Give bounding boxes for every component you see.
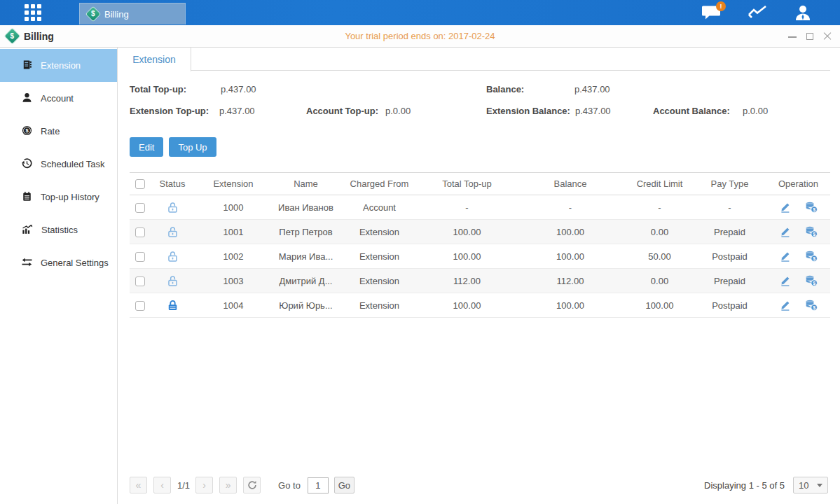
sidebar-item-general-settings[interactable]: General Settings [0, 246, 117, 279]
svg-text:$: $ [813, 232, 815, 237]
lock-open-icon[interactable] [167, 202, 179, 214]
cell-charged-from: Extension [339, 244, 420, 269]
cell-charged-from: Account [339, 195, 420, 220]
cell-credit-limit: 0.00 [626, 220, 693, 244]
table-row: 1003 Дмитрий Д... Extension 112.00 112.0… [130, 269, 830, 293]
col-extension: Extension [194, 173, 273, 195]
col-pay-type: Pay Type [693, 173, 766, 195]
summary-panel: Total Top-up: p.437.00 Balance: p.437.00… [130, 84, 830, 122]
select-all-checkbox[interactable] [135, 179, 145, 189]
total-topup-value: p.437.00 [221, 84, 256, 94]
taskbar-tab-label: Billing [104, 9, 129, 20]
edit-pencil-icon[interactable] [780, 300, 791, 311]
lock-open-icon[interactable] [167, 251, 179, 262]
goto-label: Go to [278, 480, 301, 491]
next-page-button[interactable]: › [195, 477, 213, 493]
sidebar-item-rate[interactable]: $ Rate [0, 115, 117, 148]
row-checkbox[interactable] [135, 227, 145, 237]
cell-pay-type: Prepaid [693, 220, 766, 244]
row-checkbox[interactable] [135, 301, 145, 311]
balance-label: Balance: [486, 84, 524, 94]
sidebar-item-label: Statistics [41, 225, 78, 235]
row-checkbox[interactable] [135, 276, 145, 286]
cell-total-topup: - [420, 195, 514, 220]
extension-topup-label: Extension Top-up: [130, 106, 209, 116]
sidebar-item-statistics[interactable]: Statistics [0, 214, 117, 246]
cell-credit-limit: 0.00 [626, 269, 693, 293]
cell-total-topup: 100.00 [420, 244, 514, 269]
go-button[interactable]: Go [334, 477, 354, 493]
row-checkbox[interactable] [135, 252, 145, 262]
top-up-coins-icon[interactable]: $ [805, 275, 818, 286]
table-row: 1001 Петр Петров Extension 100.00 100.00… [130, 220, 830, 244]
top-up-coins-icon[interactable]: $ [805, 251, 818, 262]
edit-pencil-icon[interactable] [780, 226, 791, 237]
cell-name: Петр Петров [273, 220, 339, 244]
apps-grid-icon[interactable] [25, 4, 50, 21]
person-icon [22, 92, 32, 105]
page-size-select[interactable]: 10 [793, 477, 828, 493]
maximize-icon[interactable] [806, 32, 814, 41]
sidebar-item-extension[interactable]: Extension [0, 49, 117, 82]
cell-charged-from: Extension [339, 220, 420, 244]
top-up-coins-icon[interactable]: $ [805, 226, 818, 237]
messages-icon[interactable]: ! [702, 5, 721, 20]
cell-pay-type: - [693, 195, 766, 220]
statistics-chart-icon[interactable] [748, 5, 767, 20]
account-topup-label: Account Top-up: [306, 106, 378, 116]
col-total-topup: Total Top-up [420, 173, 514, 195]
lock-open-icon[interactable] [167, 226, 179, 238]
lock-closed-icon[interactable] [167, 300, 179, 312]
top-up-coins-icon[interactable]: $ [805, 300, 818, 311]
sidebar-item-label: Scheduled Task [41, 159, 105, 169]
first-page-button[interactable]: « [130, 477, 147, 493]
account-balance-label: Account Balance: [653, 106, 730, 116]
cell-pay-type: Prepaid [693, 269, 766, 293]
row-checkbox[interactable] [135, 203, 145, 213]
user-icon[interactable] [794, 4, 812, 21]
cell-balance: 100.00 [514, 244, 626, 269]
refresh-icon[interactable] [243, 477, 261, 493]
extension-topup-value: p.437.00 [219, 106, 255, 116]
sidebar-item-scheduled-task[interactable]: Scheduled Task [0, 148, 117, 181]
close-icon[interactable] [823, 32, 832, 41]
edit-pencil-icon[interactable] [780, 251, 791, 262]
col-credit-limit: Credit Limit [626, 173, 693, 195]
sliders-icon [22, 257, 32, 270]
taskbar-billing-tab[interactable]: $ Billing [79, 3, 186, 24]
extension-table: Status Extension Name Charged From Total… [130, 172, 830, 318]
edit-pencil-icon[interactable] [780, 202, 791, 213]
last-page-button[interactable]: » [219, 477, 237, 493]
minimize-icon[interactable] [788, 32, 797, 41]
sidebar-item-topup-history[interactable]: Top-up History [0, 181, 117, 214]
cell-extension: 1002 [194, 244, 273, 269]
cell-credit-limit: - [626, 195, 693, 220]
balance-value: p.437.00 [574, 84, 610, 94]
prev-page-button[interactable]: ‹ [153, 477, 171, 493]
cell-extension: 1003 [194, 269, 273, 293]
sidebar-item-label: Account [41, 93, 74, 104]
svg-text:$: $ [813, 256, 815, 262]
lock-open-icon[interactable] [167, 275, 179, 287]
cell-credit-limit: 100.00 [626, 293, 693, 318]
billing-diamond-icon: $ [86, 7, 100, 21]
tab-extension[interactable]: Extension [118, 48, 191, 71]
goto-page-input[interactable] [308, 477, 329, 493]
edit-pencil-icon[interactable] [780, 275, 791, 286]
col-status: Status [151, 173, 194, 195]
top-up-button[interactable]: Top Up [169, 137, 216, 157]
cell-extension: 1001 [194, 220, 273, 244]
account-balance-value: p.0.00 [743, 106, 768, 116]
col-operation: Operation [766, 173, 830, 195]
edit-button[interactable]: Edit [130, 137, 163, 157]
pagination-bar: « ‹ 1/1 › » Go to Go Displaying 1 - 5 of… [118, 472, 830, 504]
ledger-icon [22, 59, 32, 72]
top-up-coins-icon[interactable]: $ [805, 202, 818, 213]
account-topup-value: p.0.00 [385, 106, 411, 116]
cell-balance: 112.00 [514, 269, 626, 293]
sidebar-item-label: Top-up History [41, 192, 99, 202]
cell-total-topup: 100.00 [420, 220, 514, 244]
page-indicator: 1/1 [177, 480, 190, 491]
sidebar-item-account[interactable]: Account [0, 82, 117, 115]
cell-name: Юрий Юрь... [273, 293, 339, 318]
